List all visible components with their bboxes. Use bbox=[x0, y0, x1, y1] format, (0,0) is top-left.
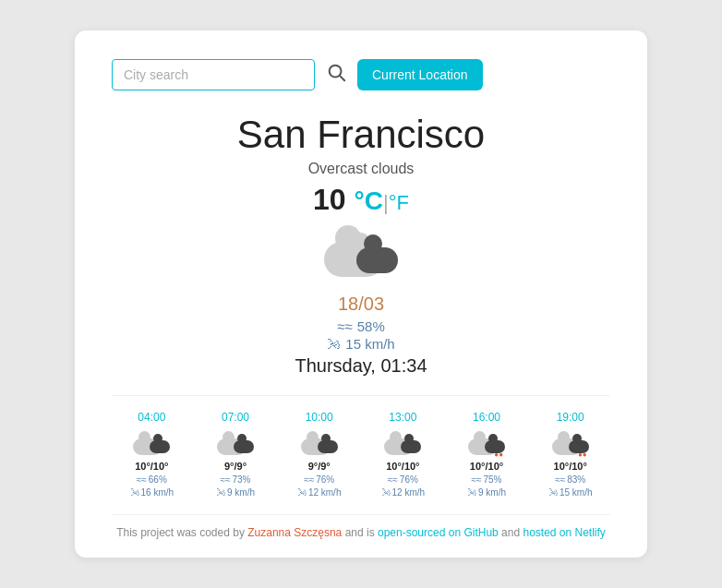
search-icon bbox=[326, 62, 346, 82]
hourly-item: 16:00 ●● 10°/10° ≈≈75% 🌬9 km/h bbox=[447, 411, 527, 498]
current-location-button[interactable]: Current Location bbox=[357, 59, 483, 90]
wind-icon-small: 🌬 bbox=[130, 487, 139, 498]
search-row: Current Location bbox=[112, 58, 610, 90]
main-weather-icon bbox=[112, 226, 610, 277]
wind-icon-small: 🌬 bbox=[467, 487, 476, 498]
cloud-icon bbox=[324, 226, 398, 277]
humidity-wave-small: ≈≈ bbox=[472, 474, 482, 485]
hourly-time: 10:00 bbox=[306, 411, 333, 424]
hourly-cloud-icon: ●● bbox=[552, 429, 589, 455]
hourly-item: 04:00 10°/10° ≈≈66% 🌬16 km/h bbox=[112, 411, 192, 498]
temperature-display: 10 °C|°F bbox=[112, 183, 610, 217]
hourly-time: 13:00 bbox=[389, 411, 416, 424]
hourly-cloud-icon bbox=[133, 429, 170, 455]
humidity-wave-small: ≈≈ bbox=[221, 474, 231, 485]
hourly-item: 10:00 9°/9° ≈≈76% 🌬12 km/h bbox=[279, 411, 359, 498]
wind-display: 🌬 15 km/h bbox=[112, 336, 610, 352]
hourly-item: 07:00 9°/9° ≈≈73% 🌬9 km/h bbox=[196, 411, 276, 498]
humidity-wave-small: ≈≈ bbox=[137, 474, 147, 485]
hourly-temp: 9°/9° bbox=[224, 461, 247, 472]
footer-text-and: and bbox=[499, 526, 523, 539]
rain-indicator: ●● bbox=[494, 450, 503, 459]
hourly-time: 19:00 bbox=[557, 411, 584, 424]
svg-line-1 bbox=[340, 76, 344, 80]
celsius-unit[interactable]: °C bbox=[355, 186, 383, 215]
hourly-humidity: ≈≈76% bbox=[388, 474, 418, 485]
hourly-temp: 10°/10° bbox=[135, 461, 168, 472]
hourly-wind: 🌬15 km/h bbox=[548, 487, 593, 498]
hourly-temp: 10°/10° bbox=[386, 461, 419, 472]
wind-value: 15 km/h bbox=[345, 336, 394, 352]
footer-text-middle: and is bbox=[342, 526, 378, 539]
humidity-wave-small: ≈≈ bbox=[304, 474, 314, 485]
wind-icon-small: 🌬 bbox=[297, 487, 307, 498]
hourly-humidity: ≈≈66% bbox=[137, 474, 167, 485]
wind-icon-small: 🌬 bbox=[381, 487, 391, 498]
hourly-temp: 10°/10° bbox=[554, 461, 587, 472]
hourly-forecast: 04:00 10°/10° ≈≈66% 🌬16 km/h 07:00 9°/9° bbox=[112, 395, 610, 498]
hourly-cloud-icon bbox=[217, 429, 254, 455]
hourly-cloud-icon bbox=[384, 429, 421, 455]
humidity-display: ≈≈ 58% bbox=[112, 318, 610, 334]
humidity-value: 58% bbox=[357, 318, 385, 334]
netlify-link[interactable]: hosted on Netlify bbox=[523, 526, 605, 539]
hourly-humidity: ≈≈73% bbox=[221, 474, 251, 485]
date-display: 18/03 bbox=[112, 294, 610, 315]
hourly-time: 07:00 bbox=[222, 411, 249, 424]
hourly-temp: 9°/9° bbox=[308, 461, 331, 472]
city-name: San Francisco bbox=[112, 113, 610, 157]
footer: This project was coded by Zuzanna Szczęs… bbox=[112, 514, 610, 539]
humidity-wave-icon: ≈≈ bbox=[337, 318, 352, 334]
hourly-time: 04:00 bbox=[138, 411, 165, 424]
hourly-temp: 10°/10° bbox=[470, 461, 503, 472]
search-button[interactable] bbox=[322, 58, 350, 90]
weather-card: Current Location San Francisco Overcast … bbox=[75, 30, 647, 558]
search-input[interactable] bbox=[112, 59, 315, 90]
weather-condition: Overcast clouds bbox=[112, 161, 610, 177]
github-link[interactable]: open-sourced on GitHub bbox=[378, 526, 499, 539]
humidity-wave-small: ≈≈ bbox=[555, 474, 565, 485]
wind-icon-small: 🌬 bbox=[216, 487, 225, 498]
hourly-wind: 🌬9 km/h bbox=[216, 487, 255, 498]
wind-icon: 🌬 bbox=[327, 336, 341, 352]
hourly-time: 16:00 bbox=[473, 411, 500, 424]
rain-indicator: ●● bbox=[578, 450, 587, 459]
hourly-wind: 🌬16 km/h bbox=[130, 487, 174, 498]
fahrenheit-unit[interactable]: °F bbox=[389, 191, 409, 214]
footer-text-before: This project was coded by bbox=[116, 526, 247, 539]
wind-icon-small: 🌬 bbox=[548, 487, 558, 498]
hourly-wind: 🌬9 km/h bbox=[467, 487, 506, 498]
hourly-wind: 🌬12 km/h bbox=[381, 487, 426, 498]
temperature-value: 10 bbox=[313, 183, 346, 216]
hourly-wind: 🌬12 km/h bbox=[297, 487, 342, 498]
hourly-cloud-icon bbox=[301, 429, 338, 455]
weather-details: 18/03 ≈≈ 58% 🌬 15 km/h Thursday, 01:34 bbox=[112, 294, 610, 377]
hourly-cloud-icon: ●● bbox=[468, 429, 505, 455]
datetime-display: Thursday, 01:34 bbox=[112, 355, 610, 377]
hourly-item: 19:00 ●● 10°/10° ≈≈83% 🌬15 km/h bbox=[530, 411, 610, 498]
hourly-item: 13:00 10°/10° ≈≈76% 🌬12 km/h bbox=[363, 411, 443, 498]
author-link[interactable]: Zuzanna Szczęsna bbox=[247, 526, 342, 539]
hourly-humidity: ≈≈76% bbox=[304, 474, 334, 485]
hourly-humidity: ≈≈83% bbox=[555, 474, 585, 485]
hourly-humidity: ≈≈75% bbox=[472, 474, 502, 485]
humidity-wave-small: ≈≈ bbox=[388, 474, 398, 485]
